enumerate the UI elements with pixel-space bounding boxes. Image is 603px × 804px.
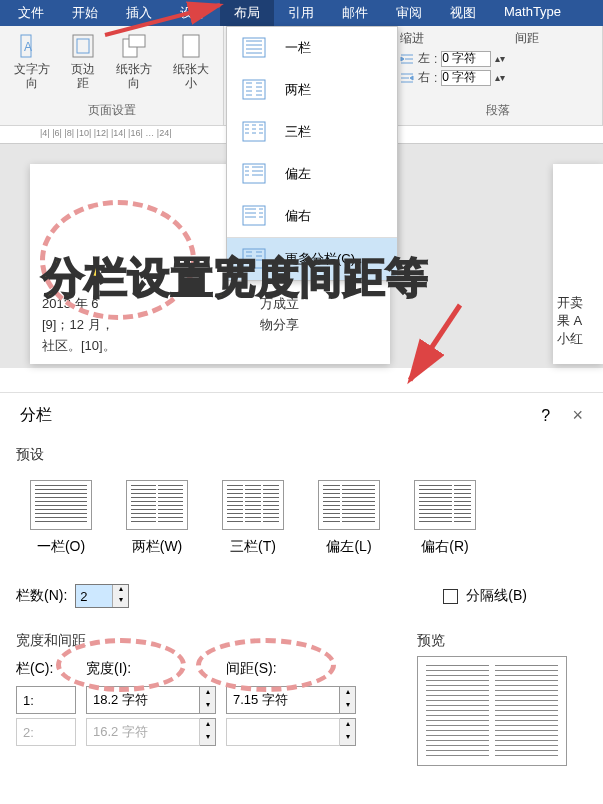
indent-left-icon: [400, 53, 414, 65]
dropdown-left[interactable]: 偏左: [227, 153, 397, 195]
annotation-circle: [196, 638, 336, 692]
doc-text: 社区。[10]。: [42, 336, 116, 357]
annotation-text: 分栏设置宽度间距等: [42, 250, 429, 306]
svg-rect-2: [73, 35, 93, 57]
tab-mail[interactable]: 邮件: [328, 0, 382, 26]
preset-one[interactable]: 一栏(O): [30, 480, 92, 556]
dropdown-two-columns[interactable]: 两栏: [227, 69, 397, 111]
row2-num: 2:: [16, 718, 76, 746]
preset-right[interactable]: 偏右(R): [414, 480, 476, 556]
spin-down[interactable]: ▾: [113, 596, 128, 607]
indent-left-input[interactable]: [441, 51, 491, 67]
annotation-circle: [56, 638, 186, 692]
indent-right-input[interactable]: [441, 70, 491, 86]
preset-three[interactable]: 三栏(T): [222, 480, 284, 556]
tab-view[interactable]: 视图: [436, 0, 490, 26]
group-label-page-setup: 页面设置: [6, 102, 217, 121]
group-label-paragraph: 段落: [400, 102, 596, 121]
svg-line-58: [410, 305, 460, 380]
row1-num: 1:: [16, 686, 76, 714]
dialog-title: 分栏: [20, 405, 52, 426]
preview-label: 预览: [417, 626, 587, 656]
one-column-icon: [241, 37, 269, 59]
page-right: 开卖 果 A 小红: [553, 164, 603, 364]
tab-references[interactable]: 引用: [274, 0, 328, 26]
preview-box: [417, 656, 567, 766]
indent-left[interactable]: 左: ▴▾: [400, 49, 505, 68]
preset-left[interactable]: 偏左(L): [318, 480, 380, 556]
dropdown-one-column[interactable]: 一栏: [227, 27, 397, 69]
tab-review[interactable]: 审阅: [382, 0, 436, 26]
doc-text: 物分享: [260, 315, 299, 336]
indent-right-icon: [400, 72, 414, 84]
row2-width: 16.2 字符: [86, 718, 200, 746]
cols-count-spinner[interactable]: ▴▾: [75, 584, 129, 608]
text-direction-button[interactable]: A文字方向: [6, 30, 59, 93]
presets-label: 预设: [16, 440, 587, 470]
separator-checkbox[interactable]: [443, 589, 458, 604]
tab-file[interactable]: 文件: [4, 0, 58, 26]
row2-spacing: [226, 718, 340, 746]
annotation-arrow: [100, 0, 240, 40]
svg-rect-3: [77, 39, 89, 53]
preset-two[interactable]: 两栏(W): [126, 480, 188, 556]
spacing-label: 间距: [515, 30, 539, 47]
tab-bar: 文件 开始 插入 设计 布局 引用 邮件 审阅 视图 MathType: [0, 0, 603, 26]
cols-count-input[interactable]: [76, 585, 112, 607]
indent-label: 缩进: [400, 30, 505, 49]
dialog-close-button[interactable]: ×: [572, 405, 583, 425]
indent-right[interactable]: 右: ▴▾: [400, 68, 505, 87]
columns-dialog: 分栏 ? × 预设 一栏(O) 两栏(W) 三栏(T) 偏左(L) 偏右(R) …: [0, 392, 603, 776]
svg-text:A: A: [24, 40, 32, 54]
tab-mathtype[interactable]: MathType: [490, 0, 575, 26]
dropdown-three-columns[interactable]: 三栏: [227, 111, 397, 153]
separator-label: 分隔线(B): [466, 587, 527, 605]
cols-count-label: 栏数(N):: [16, 587, 67, 605]
right-column-icon: [241, 205, 269, 227]
dialog-help-button[interactable]: ?: [541, 407, 550, 424]
two-column-icon: [241, 79, 269, 101]
dropdown-right[interactable]: 偏右: [227, 195, 397, 237]
left-column-icon: [241, 163, 269, 185]
annotation-arrow: [400, 300, 480, 390]
svg-line-57: [105, 5, 220, 35]
three-column-icon: [241, 121, 269, 143]
margins-button[interactable]: 页边距: [63, 30, 104, 93]
columns-dropdown: 一栏 两栏 三栏 偏左 偏右 更多分栏(C)...: [226, 26, 398, 281]
